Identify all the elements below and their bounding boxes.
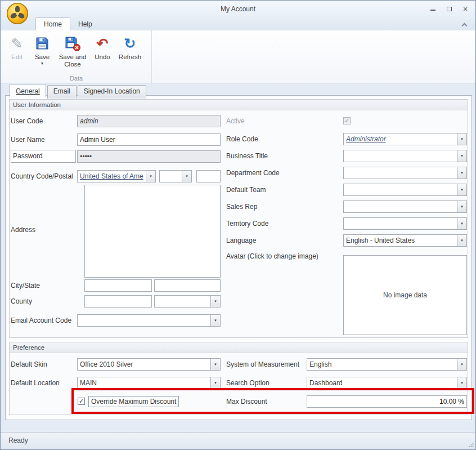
avatar-placeholder-text: No image data xyxy=(383,291,427,299)
save-floppy-icon xyxy=(35,34,50,52)
save-and-close-button[interactable]: Save and Close xyxy=(55,33,91,69)
status-text: Ready xyxy=(8,436,28,444)
user-name-input[interactable] xyxy=(77,133,221,146)
country-code-postal-label: Country Code/Postal xyxy=(11,172,77,180)
override-max-discount-label[interactable]: Override Maximum Discount xyxy=(88,396,179,407)
page-tab-strip: General Email Signed-In Location xyxy=(10,84,147,97)
preference-group: Preference Default Skin Office 2010 Silv… xyxy=(9,342,468,415)
country-code-value[interactable]: United States of Ame xyxy=(78,171,146,182)
department-code-dropdown-icon[interactable]: ▾ xyxy=(457,167,466,179)
active-check-icon: ✓ xyxy=(344,118,349,124)
user-information-group-title: User Information xyxy=(10,100,468,110)
sales-rep-value xyxy=(344,201,457,212)
postal-extra-input[interactable] xyxy=(196,170,221,182)
undo-button[interactable]: ↶ Undo xyxy=(91,33,114,69)
chevron-up-icon xyxy=(461,23,467,29)
language-dropdown-icon[interactable]: ▾ xyxy=(457,235,466,246)
default-skin-label: Default Skin xyxy=(11,360,77,368)
territory-code-value xyxy=(344,218,457,229)
tab-signed-in-location[interactable]: Signed-In Location xyxy=(78,85,146,99)
default-team-combo[interactable]: ▾ xyxy=(343,184,467,196)
tab-general[interactable]: General xyxy=(10,84,46,97)
department-code-value xyxy=(344,167,457,179)
my-account-window: My Account ✕ xyxy=(0,0,476,450)
county-combo-value xyxy=(155,296,210,307)
save-dropdown-arrow[interactable]: ▾ xyxy=(41,61,43,66)
business-title-dropdown-icon[interactable]: ▾ xyxy=(457,150,466,162)
address-textarea[interactable] xyxy=(84,185,221,278)
search-option-dropdown-icon[interactable]: ▾ xyxy=(457,377,466,389)
default-skin-value: Office 2010 Silver xyxy=(78,359,210,370)
ribbon-tab-help[interactable]: Help xyxy=(70,18,100,30)
undo-button-label: Undo xyxy=(95,54,110,61)
territory-code-dropdown-icon[interactable]: ▾ xyxy=(457,218,466,229)
role-code-value[interactable]: Administrator xyxy=(344,133,457,145)
postal-dropdown-icon[interactable]: ▾ xyxy=(182,171,191,182)
default-team-dropdown-icon[interactable]: ▾ xyxy=(457,184,466,195)
language-combo[interactable]: English - United States ▾ xyxy=(343,234,467,247)
role-code-dropdown-icon[interactable]: ▾ xyxy=(457,133,466,145)
override-max-discount-checkbox[interactable]: ✓ xyxy=(78,398,85,405)
refresh-button[interactable]: ↻ Refresh xyxy=(114,33,146,69)
user-code-input[interactable] xyxy=(77,115,221,127)
tab-email[interactable]: Email xyxy=(47,85,77,99)
user-code-label: User Code xyxy=(11,117,77,125)
system-of-measurement-combo[interactable]: English ▾ xyxy=(307,358,467,371)
department-code-label: Department Code xyxy=(226,169,343,177)
avatar-image-area[interactable]: No image data xyxy=(343,255,467,335)
collapse-ribbon-button[interactable] xyxy=(460,20,469,29)
country-code-combo[interactable]: United States of Ame ▾ xyxy=(77,170,156,182)
sales-rep-dropdown-icon[interactable]: ▾ xyxy=(457,201,466,212)
password-label: Password xyxy=(11,150,76,163)
minimize-icon xyxy=(430,7,435,11)
postal-combo[interactable]: ▾ xyxy=(159,170,192,182)
default-location-combo[interactable]: MAIN ▾ xyxy=(77,377,221,389)
save-button[interactable]: Save ▾ xyxy=(30,33,55,69)
search-option-combo[interactable]: Dashboard ▾ xyxy=(307,377,467,389)
county-dropdown-icon[interactable]: ▾ xyxy=(210,296,220,307)
sales-rep-label: Sales Rep xyxy=(226,203,343,211)
status-bar: Ready xyxy=(1,432,475,449)
role-code-label: Role Code xyxy=(226,135,343,143)
country-code-dropdown-icon[interactable]: ▾ xyxy=(146,171,155,182)
business-title-combo[interactable]: ▾ xyxy=(343,150,467,162)
edit-pencil-icon: ✎ xyxy=(11,37,23,51)
preference-group-title: Preference xyxy=(10,342,468,353)
role-code-combo[interactable]: Administrator ▾ xyxy=(343,133,467,145)
default-team-label: Default Team xyxy=(226,186,343,194)
county-combo[interactable]: ▾ xyxy=(154,295,221,308)
window-controls: ✕ xyxy=(428,5,470,13)
minimize-button[interactable] xyxy=(428,5,437,13)
ribbon-group-label: Data xyxy=(1,75,152,82)
max-discount-input[interactable] xyxy=(307,395,467,408)
system-of-measurement-dropdown-icon[interactable]: ▾ xyxy=(457,359,466,370)
state-input[interactable] xyxy=(154,279,221,292)
territory-code-combo[interactable]: ▾ xyxy=(343,217,467,230)
county-input[interactable] xyxy=(84,295,152,308)
password-input[interactable] xyxy=(77,150,221,163)
default-skin-dropdown-icon[interactable]: ▾ xyxy=(210,359,220,370)
override-check-icon: ✓ xyxy=(79,398,84,404)
county-label: County xyxy=(11,297,84,305)
language-value: English - United States xyxy=(344,235,457,246)
email-account-code-dropdown-icon[interactable]: ▾ xyxy=(210,315,220,326)
default-location-dropdown-icon[interactable]: ▾ xyxy=(210,377,220,389)
save-button-label: Save xyxy=(35,54,50,61)
default-skin-combo[interactable]: Office 2010 Silver ▾ xyxy=(77,358,221,371)
department-code-combo[interactable]: ▾ xyxy=(343,167,467,179)
sales-rep-combo[interactable]: ▾ xyxy=(343,201,467,213)
close-icon: ✕ xyxy=(462,6,468,13)
search-option-label: Search Option xyxy=(226,379,307,387)
resize-grip[interactable] xyxy=(468,442,474,448)
system-of-measurement-value: English xyxy=(307,359,457,370)
system-of-measurement-label: System of Measurement xyxy=(226,360,307,368)
close-button[interactable]: ✕ xyxy=(461,5,470,13)
general-tab-panel: User Information User Code User Name Pas… xyxy=(5,95,472,420)
app-logo-icon[interactable] xyxy=(6,2,29,25)
undo-arrow-icon: ↶ xyxy=(97,37,109,51)
postal-combo-value xyxy=(160,171,182,182)
email-account-code-combo[interactable]: ▾ xyxy=(77,314,221,327)
maximize-button[interactable] xyxy=(444,5,453,13)
ribbon-tab-home[interactable]: Home xyxy=(35,17,70,30)
city-input[interactable] xyxy=(84,279,152,292)
